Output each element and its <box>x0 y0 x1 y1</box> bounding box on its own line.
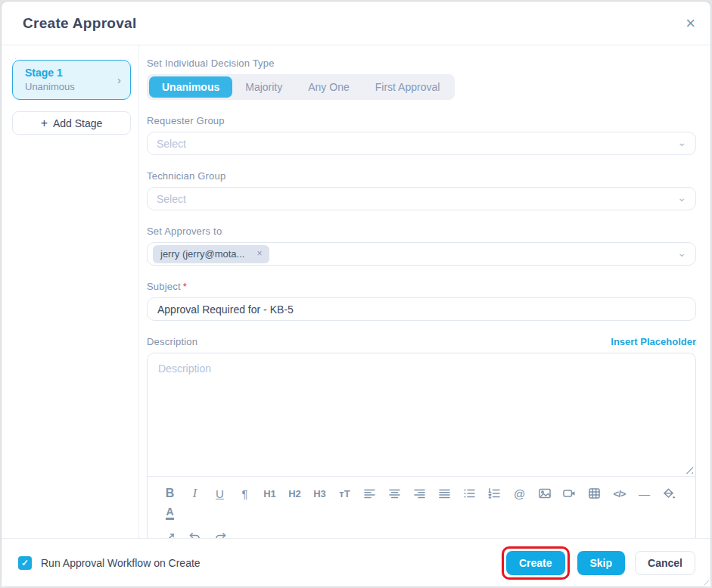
decision-type-label: Set Individual Decision Type <box>147 58 696 69</box>
plus-icon: + <box>41 117 48 130</box>
stage-card-text: Stage 1 Unanimous <box>25 67 75 92</box>
chevron-down-icon: ⌄ <box>677 192 686 203</box>
dialog-footer: ✓ Run Approval Workflow on Create Create… <box>2 538 710 586</box>
align-right-icon[interactable] <box>409 484 430 503</box>
technician-group-label: Technician Group <box>147 170 696 182</box>
run-workflow-checkbox-row[interactable]: ✓ Run Approval Workflow on Create <box>18 556 201 570</box>
add-stage-button[interactable]: + Add Stage <box>12 111 131 135</box>
footer-actions: Create Skip Cancel <box>502 546 695 580</box>
stages-sidebar: Stage 1 Unanimous › + Add Stage <box>2 45 139 538</box>
requester-group-placeholder: Select <box>157 138 186 150</box>
link-icon[interactable]: @ <box>509 484 530 503</box>
description-label: Description <box>147 336 197 347</box>
text-color-icon[interactable]: A <box>160 503 180 523</box>
editor-toolbar-row1: BIU¶H1H2H3тT@</>—A <box>148 477 695 526</box>
approvers-field: Set Approvers to jerry (jerry@mota... × … <box>147 226 696 266</box>
insert-image-icon[interactable] <box>534 484 555 503</box>
add-stage-label: Add Stage <box>53 117 102 129</box>
technician-group-placeholder: Select <box>157 193 186 205</box>
create-button[interactable]: Create <box>506 551 565 575</box>
requester-group-select[interactable]: Select ⌄ <box>147 132 696 155</box>
chevron-down-icon: ⌄ <box>677 137 686 148</box>
requester-group-field: Requester Group Select ⌄ <box>147 115 696 155</box>
approver-chip-label: jerry (jerry@mota... <box>160 248 244 260</box>
undo-icon[interactable] <box>185 527 205 538</box>
technician-group-select[interactable]: Select ⌄ <box>147 187 696 210</box>
italic-icon[interactable]: I <box>185 484 205 503</box>
decision-type-segmented-control: UnanimousMajorityAny OneFirst Approval <box>147 74 455 100</box>
insert-placeholder-link[interactable]: Insert Placeholder <box>611 336 696 347</box>
subject-input[interactable] <box>147 297 696 321</box>
code-view-icon[interactable]: </> <box>609 484 630 503</box>
chevron-right-icon: › <box>117 73 123 86</box>
insert-video-icon[interactable] <box>559 484 580 503</box>
create-approval-dialog: Create Approval × Stage 1 Unanimous › + … <box>1 1 711 587</box>
horizontal-rule-icon[interactable]: — <box>634 484 654 503</box>
heading2-icon[interactable]: H2 <box>284 484 305 503</box>
heading3-icon[interactable]: H3 <box>309 484 330 503</box>
dialog-body: Stage 1 Unanimous › + Add Stage Set Indi… <box>2 45 710 538</box>
decision-option-majority[interactable]: Majority <box>232 76 295 98</box>
underline-icon[interactable]: U <box>210 484 230 503</box>
description-label-row: Description Insert Placeholder <box>147 336 696 347</box>
description-field: Description Insert Placeholder BIU¶H1H2H… <box>147 336 696 538</box>
close-icon[interactable]: × <box>686 15 695 32</box>
dialog-resize-handle[interactable] <box>701 577 709 585</box>
description-editor: BIU¶H1H2H3тT@</>—A <box>147 353 696 538</box>
chip-close-icon[interactable]: × <box>257 248 262 259</box>
stage-card-1[interactable]: Stage 1 Unanimous › <box>12 60 131 100</box>
checkbox-checked-icon[interactable]: ✓ <box>18 556 32 570</box>
decision-type-group: Set Individual Decision Type UnanimousMa… <box>147 58 696 100</box>
description-textarea[interactable] <box>148 353 695 473</box>
align-center-icon[interactable] <box>384 484 405 503</box>
annotation-highlight: Create <box>502 546 570 580</box>
required-asterisk: * <box>183 281 187 292</box>
subject-label: Subject* <box>147 281 696 292</box>
dialog-header: Create Approval × <box>2 2 710 45</box>
editor-textzone <box>148 353 695 477</box>
fullscreen-icon[interactable] <box>160 527 180 538</box>
requester-group-label: Requester Group <box>147 115 696 126</box>
approvers-select[interactable]: jerry (jerry@mota... × ⌄ <box>147 242 696 266</box>
paragraph-icon[interactable]: ¶ <box>235 484 255 503</box>
heading1-icon[interactable]: H1 <box>260 484 280 503</box>
bold-icon[interactable]: B <box>160 484 180 503</box>
skip-button[interactable]: Skip <box>577 551 626 575</box>
stage-name: Stage 1 <box>25 67 75 79</box>
run-workflow-label: Run Approval Workflow on Create <box>41 557 201 569</box>
chevron-down-icon: ⌄ <box>677 247 686 258</box>
fill-color-icon[interactable] <box>659 484 679 503</box>
decision-option-first-approval[interactable]: First Approval <box>362 76 453 98</box>
approvers-label: Set Approvers to <box>147 226 696 237</box>
decision-option-unanimous[interactable]: Unanimous <box>149 76 232 98</box>
approval-form: Set Individual Decision Type UnanimousMa… <box>139 45 710 538</box>
approver-chip: jerry (jerry@mota... × <box>153 245 269 263</box>
dialog-title: Create Approval <box>23 15 137 32</box>
unordered-list-icon[interactable] <box>459 484 480 503</box>
subject-field: Subject* <box>147 281 696 321</box>
align-left-icon[interactable] <box>359 484 380 503</box>
subject-label-text: Subject <box>147 281 181 292</box>
technician-group-field: Technician Group Select ⌄ <box>147 170 696 210</box>
redo-icon[interactable] <box>210 527 230 538</box>
stage-type: Unanimous <box>25 81 75 92</box>
align-justify-icon[interactable] <box>434 484 455 503</box>
ordered-list-icon[interactable] <box>484 484 505 503</box>
decision-option-any-one[interactable]: Any One <box>295 76 362 98</box>
cancel-button[interactable]: Cancel <box>635 551 695 575</box>
insert-table-icon[interactable] <box>584 484 605 503</box>
font-size-icon[interactable]: тT <box>334 484 355 503</box>
editor-toolbar-row2 <box>148 526 695 538</box>
